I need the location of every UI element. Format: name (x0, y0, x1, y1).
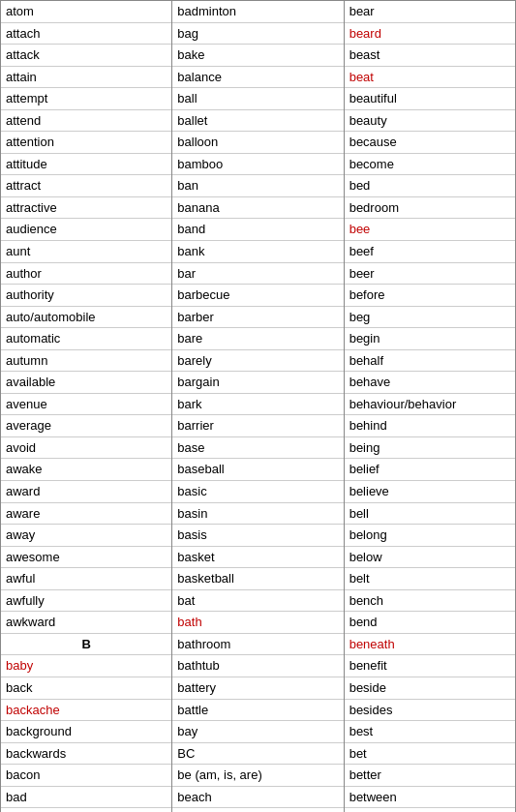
list-item: bell (345, 503, 515, 526)
list-item: being (345, 437, 515, 460)
list-item: award (1, 481, 171, 503)
list-item: back (1, 677, 171, 700)
list-item: basketball (172, 568, 343, 590)
list-item: background (1, 721, 171, 743)
list-item: badminton (172, 1, 343, 23)
list-item: aware (1, 503, 171, 526)
list-item: awfully (1, 590, 171, 613)
list-item: attain (1, 67, 171, 89)
list-item: ballet (172, 110, 343, 133)
list-item: awake (1, 459, 171, 481)
list-item: attract (1, 175, 171, 197)
list-item: bacon (1, 765, 171, 787)
list-item: bedroom (345, 197, 515, 220)
list-item: be (am, is, are) (172, 765, 343, 787)
list-item: belong (345, 525, 515, 547)
list-item: barrier (172, 415, 343, 437)
list-item: beat (345, 67, 515, 89)
list-item: basic (172, 481, 343, 503)
list-item: bark (172, 394, 343, 416)
list-item: attractive (1, 197, 171, 220)
list-item: barbecue (172, 285, 343, 307)
list-item: beneath (345, 634, 515, 656)
list-item: authority (1, 285, 171, 307)
list-item: behave (345, 372, 515, 394)
list-item: auto/automobile (1, 307, 171, 329)
list-item: BC (172, 743, 343, 766)
list-item: backache (1, 700, 171, 722)
list-item: bathroom (172, 634, 343, 656)
list-item: bake (172, 45, 343, 67)
list-item: bat (172, 590, 343, 613)
list-item: basin (172, 503, 343, 526)
list-item: awesome (1, 547, 171, 569)
list-item: bamboo (172, 154, 343, 176)
list-item: author (1, 263, 171, 286)
list-item: automatic (1, 328, 171, 350)
list-item: avoid (1, 437, 171, 460)
list-item: belief (345, 459, 515, 481)
column-1: atomattachattackattainattemptattendatten… (0, 1, 172, 812)
list-item: battle (172, 700, 343, 722)
list-item: bank (172, 241, 343, 263)
list-item: atom (1, 1, 171, 23)
list-item: bare (172, 328, 343, 350)
list-item: ban (172, 175, 343, 197)
list-item: bee (345, 219, 515, 241)
list-item: bench (345, 590, 515, 613)
list-item: bag (172, 23, 343, 45)
list-item: attention (1, 132, 171, 154)
list-item: beauty (345, 110, 515, 133)
list-item: before (345, 285, 515, 307)
column-2: badmintonbagbakebalanceballballetballoon… (172, 1, 344, 812)
list-item: aunt (1, 241, 171, 263)
list-item: besides (345, 700, 515, 722)
list-item: band (172, 219, 343, 241)
list-item: bath (172, 612, 343, 634)
list-item: banana (172, 197, 343, 220)
list-item: bed (345, 175, 515, 197)
list-item: attack (1, 45, 171, 67)
list-item: better (345, 765, 515, 787)
list-item: basis (172, 525, 343, 547)
list-item: base (172, 437, 343, 460)
list-item: bean (172, 808, 343, 812)
column-3: bearbeardbeastbeatbeautifulbeautybecause… (345, 1, 516, 812)
word-list-container: atomattachattackattainattemptattendatten… (0, 0, 516, 812)
list-item: backwards (1, 743, 171, 766)
list-item: beside (345, 677, 515, 700)
list-item: because (345, 132, 515, 154)
list-item: beautiful (345, 88, 515, 110)
list-item: beef (345, 241, 515, 263)
list-item: belt (345, 568, 515, 590)
list-item: beyond (345, 808, 515, 812)
list-item: beard (345, 23, 515, 45)
list-item: behaviour/behavior (345, 394, 515, 416)
list-item: believe (345, 481, 515, 503)
list-item: become (345, 154, 515, 176)
list-item: B (1, 634, 171, 656)
list-item: beer (345, 263, 515, 286)
list-item: awkward (1, 612, 171, 634)
list-item: badly (1, 808, 171, 812)
list-item: beach (172, 787, 343, 809)
list-item: beg (345, 307, 515, 329)
list-item: between (345, 787, 515, 809)
list-item: baseball (172, 459, 343, 481)
list-item: beast (345, 45, 515, 67)
list-item: attach (1, 23, 171, 45)
list-item: ball (172, 88, 343, 110)
list-item: audience (1, 219, 171, 241)
list-item: awful (1, 568, 171, 590)
list-item: bet (345, 743, 515, 766)
list-item: benefit (345, 655, 515, 677)
list-item: behind (345, 415, 515, 437)
list-item: basket (172, 547, 343, 569)
list-item: autumn (1, 350, 171, 373)
list-item: balloon (172, 132, 343, 154)
list-item: barely (172, 350, 343, 373)
list-item: bear (345, 1, 515, 23)
list-item: attitude (1, 154, 171, 176)
list-item: begin (345, 328, 515, 350)
list-item: bay (172, 721, 343, 743)
